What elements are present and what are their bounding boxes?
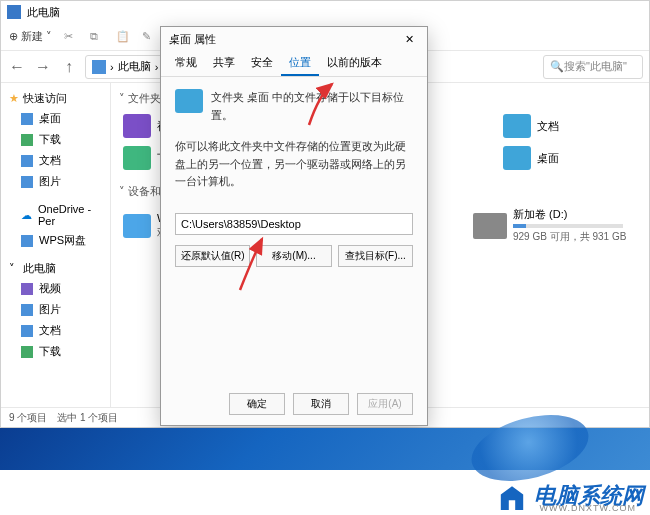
back-button[interactable]: ← — [7, 57, 27, 77]
thispc-head[interactable]: ˅此电脑 — [1, 259, 110, 278]
house-icon — [496, 482, 528, 510]
desktop-wallpaper — [0, 428, 650, 470]
search-input[interactable]: 🔍 搜索"此电脑" — [543, 55, 643, 79]
tab-sharing[interactable]: 共享 — [205, 51, 243, 76]
close-button[interactable]: ✕ — [399, 33, 419, 46]
path-input[interactable] — [175, 213, 413, 235]
info-desc: 你可以将此文件夹中文件存储的位置更改为此硬盘上的另一个位置，另一个驱动器或网络上… — [175, 138, 413, 191]
sidebar-videos[interactable]: 视频 — [1, 278, 110, 299]
drive-d[interactable]: 新加卷 (D:) 929 GB 可用，共 931 GB — [469, 203, 639, 248]
dialog-titlebar: 桌面 属性 ✕ — [161, 27, 427, 51]
sidebar-wps[interactable]: WPS网盘 — [1, 230, 110, 251]
properties-dialog: 桌面 属性 ✕ 常规 共享 安全 位置 以前的版本 文件夹 桌面 中的文件存储于… — [160, 26, 428, 426]
sidebar: ★快速访问 桌面 下载 文档 图片 ☁OneDrive - Per WPS网盘 … — [1, 83, 111, 407]
pc-icon — [7, 5, 21, 19]
restore-default-button[interactable]: 还原默认值(R) — [175, 245, 250, 267]
folder-desktop[interactable]: 桌面 — [499, 142, 639, 174]
sidebar-item-desktop[interactable]: 桌面 — [1, 108, 110, 129]
tab-security[interactable]: 安全 — [243, 51, 281, 76]
sidebar-pictures2[interactable]: 图片 — [1, 299, 110, 320]
up-button[interactable]: ↑ — [59, 57, 79, 77]
sidebar-item-downloads[interactable]: 下载 — [1, 129, 110, 150]
folder-icon — [175, 89, 203, 113]
titlebar: 此电脑 — [1, 1, 649, 23]
tab-general[interactable]: 常规 — [167, 51, 205, 76]
copy-icon[interactable]: ⧉ — [90, 30, 104, 44]
apply-button[interactable]: 应用(A) — [357, 393, 413, 415]
new-button[interactable]: ⊕ 新建 ˅ — [9, 29, 52, 44]
paste-icon[interactable]: 📋 — [116, 30, 130, 44]
cut-icon[interactable]: ✂ — [64, 30, 78, 44]
pc-icon — [92, 60, 106, 74]
forward-button[interactable]: → — [33, 57, 53, 77]
rename-icon[interactable]: ✎ — [142, 30, 156, 44]
quick-access-head[interactable]: ★快速访问 — [1, 89, 110, 108]
watermark: 电脑系统网 WWW.DNXTW.COM — [496, 481, 644, 511]
folder-documents[interactable]: 文档 — [499, 110, 639, 142]
dialog-title: 桌面 属性 — [169, 32, 216, 47]
sidebar-item-documents[interactable]: 文档 — [1, 150, 110, 171]
window-title: 此电脑 — [27, 5, 60, 20]
tab-location[interactable]: 位置 — [281, 51, 319, 76]
sidebar-documents2[interactable]: 文档 — [1, 320, 110, 341]
sidebar-item-pictures[interactable]: 图片 — [1, 171, 110, 192]
tab-previous[interactable]: 以前的版本 — [319, 51, 390, 76]
find-target-button[interactable]: 查找目标(F)... — [338, 245, 413, 267]
move-button[interactable]: 移动(M)... — [256, 245, 331, 267]
tabs: 常规 共享 安全 位置 以前的版本 — [161, 51, 427, 77]
info-line1: 文件夹 桌面 中的文件存储于以下目标位置。 — [211, 89, 413, 124]
sidebar-onedrive[interactable]: ☁OneDrive - Per — [1, 200, 110, 230]
sidebar-downloads2[interactable]: 下载 — [1, 341, 110, 362]
ok-button[interactable]: 确定 — [229, 393, 285, 415]
cancel-button[interactable]: 取消 — [293, 393, 349, 415]
